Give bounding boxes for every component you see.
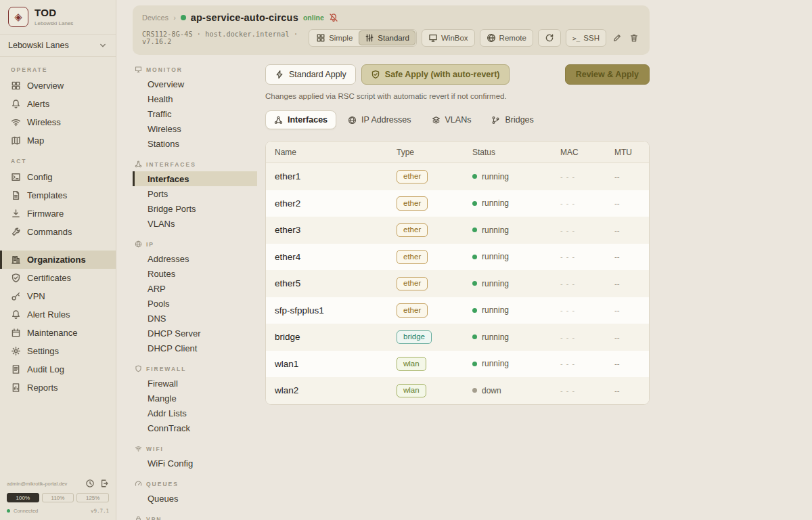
subnav-item-dhcp-server[interactable]: DHCP Server [133,326,257,341]
globe-icon [135,240,142,248]
sidebar-item-wireless[interactable]: Wireless [0,113,116,131]
sidebar-item-alert-rules[interactable]: Alert Rules [0,305,116,324]
subnav-item-pools[interactable]: Pools [133,296,257,311]
tab-vlans[interactable]: VLANs [423,110,480,129]
subnav-item-firewall[interactable]: Firewall [133,376,257,391]
button-label: Simple [329,34,353,42]
table-row: wlan2 wlan down - - - -- [266,377,649,404]
delete-device-button[interactable] [628,32,640,44]
sidebar-item-label: Maintenance [27,328,77,338]
ssh-button[interactable]: >_ SSH [566,29,606,47]
sidebar-item-audit-log[interactable]: Audit Log [0,360,116,378]
sidebar-item-organizations[interactable]: Organizations [0,251,116,269]
type-badge: ether [397,303,428,318]
shield-check-icon [371,70,380,79]
connection-status: Connected [14,508,38,514]
shield-icon [135,365,142,372]
winbox-button[interactable]: WinBox [422,29,475,47]
sidebar-item-templates[interactable]: Templates [0,186,116,204]
subnav-item-interfaces[interactable]: Interfaces [133,171,257,186]
type-badge: wlan [397,357,426,371]
subnav-section-label: VPN [146,516,162,520]
type-badge: bridge [397,330,432,345]
status-label: running [482,279,509,288]
subnav-item-ports[interactable]: Ports [133,186,257,201]
subnav-item-conntrack[interactable]: ConnTrack [133,420,257,435]
subnav-item-addr-lists[interactable]: Addr Lists [133,406,257,420]
refresh-button[interactable] [538,29,561,47]
standard-mode-button[interactable]: Standard [359,30,415,45]
report-icon [11,383,21,393]
mtu-value: -- [606,226,650,234]
sidebar-item-reports[interactable]: Reports [0,378,116,397]
sidebar-item-label: VPN [27,291,45,301]
type-badge: ether [397,170,428,184]
sidebar-item-label: Commands [27,227,72,237]
status-label: running [482,172,509,181]
main-panel: Standard Apply Safe Apply (with auto-rev… [265,64,650,520]
notifications-muted-icon[interactable] [329,13,338,22]
device-actions: Simple Standard WinBox Remote [309,29,640,47]
edit-device-button[interactable] [611,32,623,44]
chevron-down-icon [98,41,108,50]
subnav-item-dhcp-client[interactable]: DHCP Client [133,341,257,355]
breadcrumb-devices[interactable]: Devices [142,14,168,22]
sidebar-item-label: Config [27,172,53,182]
sidebar-item-certificates[interactable]: Certificates [0,269,116,287]
zoom-controls: 100% 110% 125% [7,493,109,502]
standard-apply-button[interactable]: Standard Apply [265,64,356,85]
button-label: SSH [583,34,600,42]
subnav-item-arp[interactable]: ARP [133,281,257,296]
session-history-button[interactable] [85,479,95,488]
subnav-section-label: FIREWALL [146,366,186,372]
table-row: sfp-sfpplus1 ether running - - - -- [266,297,649,324]
sidebar-item-settings[interactable]: Settings [0,342,116,360]
subnav-section-queues: QUEUES [133,480,257,491]
template-icon [11,190,21,200]
subnav-item-dns[interactable]: DNS [133,311,257,326]
interface-name: wlan1 [266,359,388,369]
sidebar-item-map[interactable]: Map [0,131,116,150]
apply-note: Changes applied via RSC script with auto… [265,92,650,100]
subnav-item-wifi-config[interactable]: WiFi Config [133,456,257,471]
subnav-item-vlans[interactable]: VLANs [133,216,257,231]
interface-name: bridge [266,332,388,342]
subnav-item-mangle[interactable]: Mangle [133,391,257,406]
zoom-125-button[interactable]: 125% [76,493,109,502]
sidebar-item-vpn[interactable]: VPN [0,287,116,305]
sidebar-item-commands[interactable]: Commands [0,223,116,241]
apply-toolbar: Standard Apply Safe Apply (with auto-rev… [265,64,650,85]
sidebar-item-config[interactable]: Config [0,168,116,186]
org-selector[interactable]: Lebowski Lanes [0,35,116,57]
tab-bridges[interactable]: Bridges [482,110,542,129]
brand-text: TOD Lebowski Lanes [35,7,73,26]
safe-apply-button[interactable]: Safe Apply (with auto-revert) [361,64,510,85]
interface-name: sfp-sfpplus1 [266,305,388,316]
review-apply-button[interactable]: Review & Apply [565,64,650,85]
logout-button[interactable] [99,479,109,488]
subnav-item-queues[interactable]: Queues [133,491,257,506]
remote-button[interactable]: Remote [480,29,533,47]
globe-icon [487,33,496,43]
subnav-item-stations[interactable]: Stations [133,136,257,151]
subnav-item-health[interactable]: Health [133,91,257,106]
subnav-section-firewall: FIREWALL [133,365,257,376]
zoom-100-button[interactable]: 100% [7,493,39,502]
mac-value: - - - [551,199,606,207]
subnav-item-overview[interactable]: Overview [133,77,257,91]
subnav-item-bridge-ports[interactable]: Bridge Ports [133,201,257,216]
sidebar-item-firmware[interactable]: Firmware [0,204,116,223]
sidebar-item-overview[interactable]: Overview [0,77,116,95]
subnav-item-addresses[interactable]: Addresses [133,251,257,266]
simple-mode-button[interactable]: Simple [310,30,359,45]
sidebar-item-alerts[interactable]: Alerts [0,95,116,113]
tab-interfaces[interactable]: Interfaces [265,110,336,129]
subnav-item-wireless[interactable]: Wireless [133,121,257,136]
sidebar-item-label: Reports [27,383,58,393]
sidebar-item-maintenance[interactable]: Maintenance [0,324,116,342]
subnav-item-routes[interactable]: Routes [133,266,257,281]
subnav-item-traffic[interactable]: Traffic [133,106,257,121]
zoom-110-button[interactable]: 110% [42,493,74,502]
tab-ip-addresses[interactable]: IP Addresses [339,110,420,129]
building-icon [11,255,21,265]
